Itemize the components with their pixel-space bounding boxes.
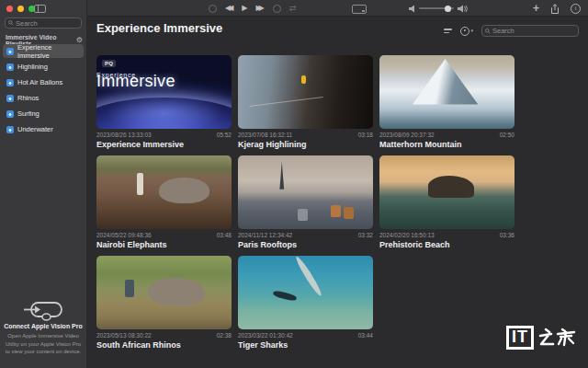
playlist-icon xyxy=(6,110,14,118)
sidebar-item-label: Highlining xyxy=(17,63,48,71)
sidebar-search[interactable] xyxy=(5,17,82,29)
video-duration: 03:36 xyxy=(500,232,514,238)
stop-icon[interactable] xyxy=(273,5,281,13)
sidebar-item-rhinos[interactable]: Rhinos xyxy=(3,91,84,105)
sidebar-item-surfing[interactable]: Surfing xyxy=(3,107,84,121)
video-thumbnail: PQ Experience Immersive xyxy=(96,55,232,129)
video-meta: 2024/11/12 12:34:42 03:32 xyxy=(238,232,373,238)
video-date: 2023/08/26 13:33:03 xyxy=(96,132,152,138)
watermark-it-text: IT xyxy=(506,326,534,350)
thumbnail-art xyxy=(125,280,134,297)
content-search-input[interactable] xyxy=(492,27,575,35)
video-date: 2023/03/22 01:30:42 xyxy=(238,332,293,339)
video-card[interactable]: 2023/07/08 16:32:11 03:18 Kjerag Highlin… xyxy=(238,55,373,149)
sidebar-item-highlining[interactable]: Highlining xyxy=(3,60,84,74)
sidebar-item-experience-immersive[interactable]: Experience Immersive xyxy=(3,44,84,58)
playlist-icon xyxy=(6,79,14,86)
video-date: 2024/05/22 09:48:36 xyxy=(96,232,152,238)
sidebar-search-input[interactable] xyxy=(16,19,78,28)
video-meta: 2023/08/26 13:33:03 05:52 xyxy=(96,132,232,138)
minimize-window-button[interactable] xyxy=(17,6,24,12)
main-content: Experience Immersive ▾ PQ Experience Imm… xyxy=(87,17,588,368)
volume-slider[interactable] xyxy=(419,7,454,9)
video-title: Tiger Sharks xyxy=(238,340,373,350)
connect-vision-pro-panel: Connect Apple Vision Pro Open Apple Imme… xyxy=(0,300,86,356)
video-thumbnail xyxy=(238,55,373,129)
thumbnail-art xyxy=(276,161,288,189)
vision-pro-icon xyxy=(23,300,63,321)
video-duration: 03:18 xyxy=(358,132,373,138)
video-thumbnail xyxy=(238,155,373,229)
thumbnail-art xyxy=(331,205,340,218)
video-card[interactable]: 2024/02/20 16:50:13 03:36 Prehistoric Be… xyxy=(379,155,514,249)
video-meta: 2023/03/22 01:30:42 03:44 xyxy=(238,332,373,339)
search-icon xyxy=(485,29,491,34)
play-button[interactable]: ▶ xyxy=(242,5,247,12)
video-card[interactable]: 2023/08/09 20:37:32 02:50 Matterhorn Mou… xyxy=(379,55,514,149)
window-controls xyxy=(6,6,35,12)
volume-slider-knob[interactable] xyxy=(445,6,451,12)
playlist-icon xyxy=(6,48,14,55)
sync-icon[interactable]: ⇄ xyxy=(289,5,297,13)
video-thumbnail xyxy=(238,256,373,329)
video-title: Nairobi Elephants xyxy=(96,240,232,249)
ithome-watermark: IT xyxy=(506,326,577,350)
sidebar-item-label: Rhinos xyxy=(17,94,39,102)
titlebar: ◀◀ ▶ ▶▶ ⇄ + i xyxy=(87,0,588,17)
chevron-down-icon: ▾ xyxy=(470,29,473,33)
sidebar-item-label: Experience Immersive xyxy=(17,43,80,60)
video-card[interactable]: 2024/05/22 09:48:36 03:48 Nairobi Elepha… xyxy=(96,155,232,249)
video-date: 2023/07/08 16:32:11 xyxy=(238,132,292,138)
playlist-list: Experience Immersive Highlining Hot Air … xyxy=(3,44,84,138)
video-title: Experience Immersive xyxy=(96,140,232,149)
video-thumbnail xyxy=(96,256,232,329)
thumbnail-art xyxy=(428,176,474,198)
thumbnail-art xyxy=(96,98,232,129)
video-title: Prehistoric Beach xyxy=(379,240,514,249)
sidebar-item-label: Underwater xyxy=(17,125,53,133)
display-mirroring-button[interactable] xyxy=(352,5,367,14)
video-duration: 05:52 xyxy=(217,132,232,138)
video-date: 2023/08/09 20:37:32 xyxy=(379,132,435,138)
thumbnail-art xyxy=(137,173,143,195)
video-duration: 02:50 xyxy=(500,132,514,138)
playlist-icon xyxy=(6,95,14,102)
share-button[interactable] xyxy=(550,4,560,14)
connect-description: Open Apple Immersive Video Utility on yo… xyxy=(0,332,86,356)
video-meta: 2023/08/09 20:37:32 02:50 xyxy=(379,132,514,138)
add-button[interactable]: + xyxy=(533,3,539,14)
video-date: 2024/02/20 16:50:13 xyxy=(379,232,435,238)
sidebar-item-hot-air-ballons[interactable]: Hot Air Ballons xyxy=(3,75,84,89)
info-button[interactable]: i xyxy=(571,4,581,14)
sort-icon[interactable] xyxy=(444,28,452,34)
video-title: Paris Rooftops xyxy=(238,240,373,249)
video-title: South African Rhinos xyxy=(96,340,232,350)
video-card[interactable]: 2023/05/13 08:30:22 02:38 South African … xyxy=(96,256,232,350)
video-meta: 2024/02/20 16:50:13 03:36 xyxy=(379,232,514,238)
video-card[interactable]: PQ Experience Immersive 2023/08/26 13:33… xyxy=(96,55,232,149)
video-date: 2023/05/13 08:30:22 xyxy=(96,332,152,339)
fast-forward-button[interactable]: ▶▶ xyxy=(255,5,264,12)
filter-icon xyxy=(460,27,469,36)
volume-high-icon xyxy=(458,5,468,13)
video-thumbnail xyxy=(96,155,232,229)
sidebar-toggle-button[interactable] xyxy=(34,5,46,13)
video-card[interactable]: 2024/11/12 12:34:42 03:32 Paris Rooftops xyxy=(238,155,373,249)
video-duration: 03:32 xyxy=(358,232,373,238)
video-meta: 2023/05/13 08:30:22 02:38 xyxy=(96,332,232,339)
video-duration: 03:44 xyxy=(358,332,373,339)
video-meta: 2024/05/22 09:48:36 03:48 xyxy=(96,232,232,238)
filter-button[interactable]: ▾ xyxy=(460,27,473,36)
video-duration: 02:38 xyxy=(217,332,232,339)
sidebar-item-underwater[interactable]: Underwater xyxy=(3,122,84,136)
close-window-button[interactable] xyxy=(6,6,13,12)
connect-title: Connect Apple Vision Pro xyxy=(0,323,86,329)
loop-icon[interactable] xyxy=(209,5,217,13)
playlist-icon xyxy=(6,126,14,133)
video-grid: PQ Experience Immersive 2023/08/26 13:33… xyxy=(96,55,514,350)
rewind-button[interactable]: ◀◀ xyxy=(225,5,233,12)
sidebar: Immersive Video Playlists ⚙ Experience I… xyxy=(0,0,87,368)
content-search[interactable] xyxy=(481,25,579,37)
search-icon xyxy=(8,20,14,26)
video-card[interactable]: 2023/03/22 01:30:42 03:44 Tiger Sharks xyxy=(238,256,373,350)
